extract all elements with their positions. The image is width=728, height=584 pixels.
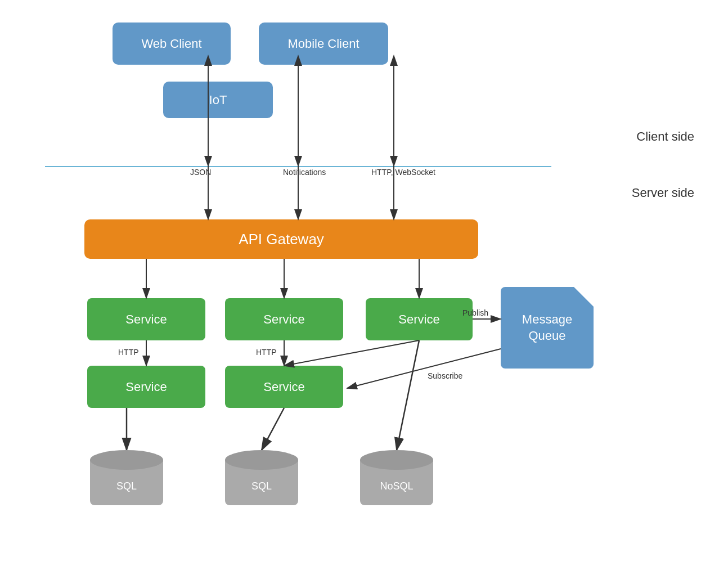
db-top-1 bbox=[90, 450, 163, 470]
service-label-5: Service bbox=[398, 312, 439, 327]
db-top-2 bbox=[225, 450, 298, 470]
service5-to-db3-arrow bbox=[397, 340, 419, 450]
service-box-2: Service bbox=[87, 366, 205, 408]
service-label-2: Service bbox=[125, 380, 167, 394]
message-queue-label: MessageQueue bbox=[522, 312, 572, 344]
service-label-4: Service bbox=[263, 380, 304, 394]
mobile-client-label: Mobile Client bbox=[287, 37, 359, 51]
diagram-container: Client side Server side Web Client Mobil… bbox=[0, 0, 728, 584]
db-label-3: NoSQL bbox=[380, 480, 413, 492]
api-gateway-box: API Gateway bbox=[84, 219, 478, 259]
service-box-5: Service bbox=[366, 298, 473, 340]
notifications-label: Notifications bbox=[283, 168, 326, 177]
service-box-3: Service bbox=[225, 298, 343, 340]
publish-label: Publish bbox=[462, 308, 488, 317]
http-label-2: HTTP bbox=[256, 348, 277, 357]
http-label-1: HTTP bbox=[118, 348, 139, 357]
service4-to-db2-arrow bbox=[262, 408, 284, 450]
database-1: SQL bbox=[90, 450, 163, 505]
api-gateway-label: API Gateway bbox=[239, 231, 324, 248]
database-3: NoSQL bbox=[360, 450, 433, 505]
db-cylinder-3: NoSQL bbox=[360, 450, 433, 505]
service-label-3: Service bbox=[263, 312, 304, 327]
service-label-1: Service bbox=[125, 312, 167, 327]
subscribe-label: Subscribe bbox=[428, 371, 462, 380]
client-server-divider bbox=[45, 166, 551, 167]
db-cylinder-2: SQL bbox=[225, 450, 298, 505]
service-box-1: Service bbox=[87, 298, 205, 340]
iot-box: IoT bbox=[163, 82, 273, 118]
web-client-label: Web Client bbox=[141, 37, 201, 51]
json-label: JSON bbox=[190, 168, 211, 177]
database-2: SQL bbox=[225, 450, 298, 505]
db-label-2: SQL bbox=[251, 480, 272, 492]
message-queue-box: MessageQueue bbox=[501, 287, 594, 369]
service5-to-service4-arrow bbox=[284, 340, 419, 366]
web-client-box: Web Client bbox=[113, 23, 231, 65]
server-side-label: Server side bbox=[632, 186, 694, 200]
mobile-client-box: Mobile Client bbox=[259, 23, 388, 65]
service-box-4: Service bbox=[225, 366, 343, 408]
iot-label: IoT bbox=[209, 93, 227, 107]
db-top-3 bbox=[360, 450, 433, 470]
db-cylinder-1: SQL bbox=[90, 450, 163, 505]
db-label-1: SQL bbox=[116, 480, 137, 492]
mq-to-service4-arrow bbox=[347, 349, 501, 388]
client-side-label: Client side bbox=[636, 129, 694, 144]
http-ws-label: HTTP, WebSocket bbox=[371, 168, 435, 177]
